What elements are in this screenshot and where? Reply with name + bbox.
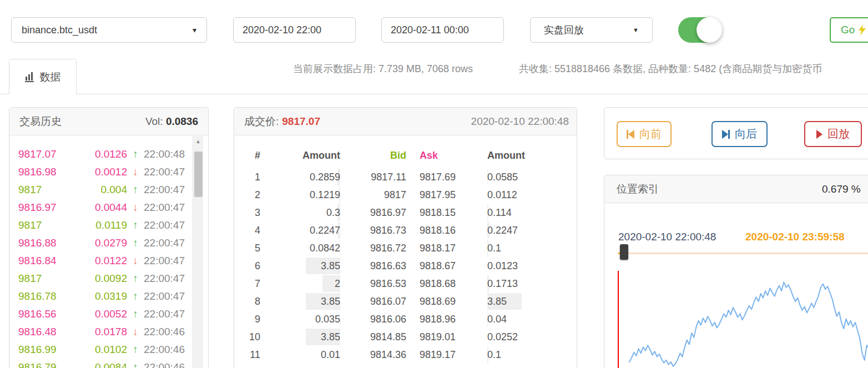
scrollbar-thumb[interactable]: [194, 152, 203, 197]
trade-amount: 0.0319: [80, 290, 127, 303]
trade-row[interactable]: 9816.480.0178↓22:00:46: [9, 323, 191, 341]
orderbook-row[interactable]: 83.859816.079818.693.85: [234, 293, 578, 310]
orderbook-ask-price: 9818.69: [406, 293, 487, 310]
trade-amount: 0.0122: [80, 255, 127, 267]
tab-data-label: 数据: [40, 70, 61, 84]
orderbook-ask-amount: 0.0112: [487, 186, 578, 204]
chevron-down-icon: ▼: [633, 27, 639, 33]
orderbook-row[interactable]: 30.39816.979818.150.114: [234, 204, 578, 221]
end-time-input[interactable]: [381, 17, 504, 43]
replay-label: 回放: [827, 127, 850, 142]
trade-row[interactable]: 9816.780.0319↑22:00:47: [9, 288, 191, 305]
trade-down-arrow-icon: ↓: [127, 201, 144, 214]
toggle-knob: [697, 17, 722, 43]
trade-up-arrow-icon: ↑: [127, 184, 144, 196]
orderbook-row[interactable]: 90.0359816.069818.960.04: [234, 310, 578, 328]
trade-list-scrollbar[interactable]: ▲: [193, 136, 203, 368]
trade-amount: 0.004: [80, 184, 127, 196]
trade-row[interactable]: 98170.004↑22:00:47: [9, 181, 191, 199]
range-start-timestamp: 2020-02-10 22:00:48: [618, 231, 716, 243]
trade-row[interactable]: 98170.0119↑22:00:47: [9, 216, 191, 234]
replay-mode-select[interactable]: 实盘回放 ▼: [530, 17, 653, 43]
position-slider-knob[interactable]: [620, 244, 628, 260]
orderbook-row-index: 9: [234, 310, 260, 328]
trade-amount: 0.0126: [80, 148, 127, 160]
trade-row[interactable]: 9816.980.0012↓22:00:47: [9, 163, 191, 181]
chevron-down-icon: ▾: [193, 26, 196, 34]
step-back-label: 向前: [639, 127, 662, 142]
trade-row[interactable]: 9816.790.0084↑22:00:46: [9, 359, 191, 368]
start-time-input[interactable]: [233, 17, 356, 43]
col-header-ask: Ask: [406, 136, 487, 168]
trade-amount: 0.0044: [80, 201, 127, 214]
trade-list: 9817.070.0126↑22:00:489816.980.0012↓22:0…: [9, 136, 191, 368]
trade-row[interactable]: 9816.560.0052↑22:00:47: [9, 305, 191, 323]
trade-history-title: 交易历史: [19, 114, 62, 129]
trade-time: 22:00:47: [144, 184, 191, 196]
trade-time: 22:00:47: [144, 219, 191, 231]
trade-up-arrow-icon: ↑: [127, 148, 144, 160]
replay-button[interactable]: 回放: [804, 121, 862, 147]
orderbook-row[interactable]: 10.28599817.119817.690.0585: [234, 168, 578, 186]
orderbook-header: 成交价:9817.07 2020-02-10 22:00:48: [234, 108, 577, 135]
trade-time: 22:00:47: [144, 255, 191, 267]
replay-toggle[interactable]: [678, 17, 720, 43]
position-slider-track[interactable]: [618, 253, 868, 254]
orderbook-bid-amount: 0.2247: [260, 221, 340, 239]
orderbook-bid-price: 9816.73: [340, 221, 406, 239]
trade-volume-value: 0.0836: [166, 115, 198, 127]
position-chart[interactable]: [611, 271, 868, 368]
orderbook-ask-price: 9817.69: [406, 168, 487, 186]
trade-row[interactable]: 9817.070.0126↑22:00:48: [9, 145, 191, 163]
orderbook-bid-amount: 0.01: [260, 346, 340, 364]
trade-row[interactable]: 9816.970.0044↓22:00:47: [9, 199, 191, 216]
orderbook-bid-price: 9816.97: [340, 204, 406, 221]
orderbook-panel: 成交价:9817.07 2020-02-10 22:00:48 # Amount…: [234, 107, 577, 368]
orderbook-bid-price: 9817: [340, 186, 406, 204]
trade-price: 9816.98: [18, 166, 80, 178]
orderbook-ask-amount: 0.1713: [487, 275, 578, 293]
step-forward-button[interactable]: 向后: [711, 121, 768, 147]
trade-row[interactable]: 9816.840.0122↓22:00:47: [9, 252, 191, 270]
orderbook-row[interactable]: 110.019814.369819.170.1: [234, 346, 578, 364]
orderbook-ask-price: 9818.16: [406, 221, 487, 239]
orderbook-row[interactable]: 103.859814.859819.010.0252: [234, 328, 578, 346]
position-percent-value: 0.679 %: [822, 183, 861, 195]
orderbook-bid-price: 9816.72: [340, 239, 406, 257]
position-index-title: 位置索引: [617, 182, 659, 196]
play-icon: [816, 130, 822, 139]
orderbook-bid-amount: 0.1219: [260, 186, 340, 204]
symbol-select[interactable]: binance.btc_usdt ▾: [11, 17, 207, 43]
symbol-select-value: binance.btc_usdt: [22, 24, 97, 36]
trade-up-arrow-icon: ↑: [127, 344, 144, 356]
orderbook-bid-price: 9817.11: [340, 168, 406, 186]
position-index-panel: 位置索引 0.679 % 2020-02-10 22:00:48 2020-02…: [604, 175, 868, 368]
orderbook-row[interactable]: 20.121998179817.950.0112: [234, 186, 578, 204]
trade-down-arrow-icon: ↓: [127, 255, 144, 267]
last-price: 成交价:9817.07: [244, 114, 320, 129]
trade-row[interactable]: 98170.0092↑22:00:47: [9, 270, 191, 288]
go-button[interactable]: Go: [830, 17, 868, 43]
orderbook-ask-amount: 0.0123: [487, 257, 578, 275]
orderbook-bid-amount: 3.85: [260, 293, 340, 310]
trade-price: 9817: [18, 184, 80, 196]
trade-down-arrow-icon: ↓: [127, 166, 144, 178]
step-back-button[interactable]: 向前: [617, 121, 672, 147]
orderbook-row[interactable]: 40.22479816.739818.160.2247: [234, 221, 578, 239]
trade-row[interactable]: 9816.990.0102↑22:00:46: [9, 341, 191, 359]
price-line-series: [629, 282, 868, 366]
trade-row[interactable]: 9816.880.0279↑22:00:47: [9, 234, 191, 252]
orderbook-row[interactable]: 50.08429816.729818.170.1: [234, 239, 578, 257]
tab-data[interactable]: 数据: [9, 59, 77, 94]
trade-time: 22:00:47: [144, 237, 191, 249]
scroll-up-arrow-icon[interactable]: ▲: [193, 136, 203, 146]
orderbook-row[interactable]: 63.859816.639818.670.0123: [234, 257, 578, 275]
trade-up-arrow-icon: ↑: [127, 290, 144, 303]
skip-back-icon: [627, 130, 634, 139]
trade-time: 22:00:47: [144, 273, 191, 285]
orderbook-row[interactable]: 729816.539818.680.1713: [234, 275, 578, 293]
col-header-bid: Bid: [340, 136, 406, 168]
position-index-header: 位置索引 0.679 %: [604, 175, 868, 203]
orderbook-row-index: 5: [234, 239, 260, 257]
step-forward-label: 向后: [735, 127, 757, 142]
